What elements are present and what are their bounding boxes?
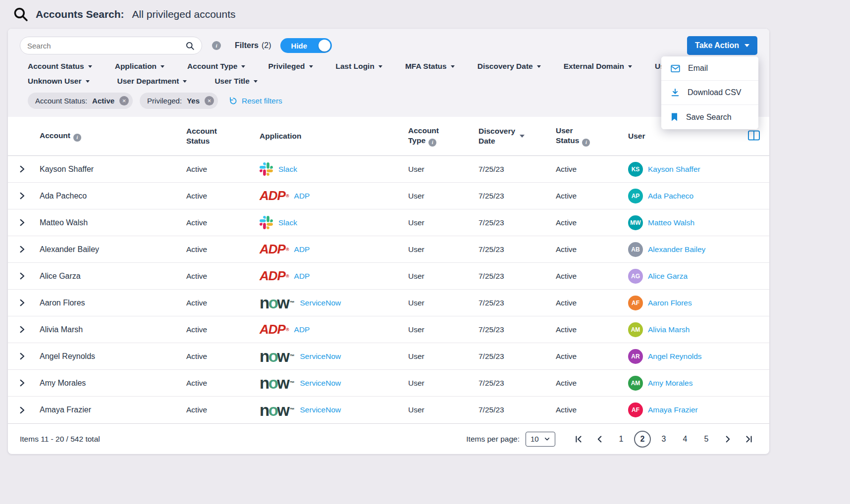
application-link[interactable]: Slack (278, 165, 297, 174)
search-info-icon[interactable]: i (212, 41, 221, 50)
filter-dropdown-label: Account Status (28, 62, 84, 71)
avatar: MW (628, 215, 643, 230)
filters-panel: i Filters (2) Hide Take Action Account S… (8, 29, 769, 117)
menu-item-download-csv[interactable]: Download CSV (661, 81, 758, 105)
page-title: Accounts Search: (36, 8, 124, 20)
table-row: Amaya FrazierActivenow™ServiceNowUser7/2… (8, 397, 769, 423)
account-name: Matteo Walsh (36, 218, 182, 227)
row-expand-button[interactable] (8, 325, 36, 334)
user-link[interactable]: Matteo Walsh (648, 218, 694, 227)
filter-dropdown-unknown-user[interactable]: Unknown User (28, 77, 90, 86)
filter-chips: Account Status:Active×Privileged:Yes× (28, 93, 218, 109)
user-link[interactable]: Angel Reynolds (648, 352, 702, 361)
filter-dropdown-user-department[interactable]: User Department (117, 77, 187, 86)
user-link[interactable]: Amaya Frazier (648, 405, 698, 414)
take-action-button[interactable]: Take Action (687, 36, 757, 55)
application-link[interactable]: ServiceNow (300, 352, 341, 361)
column-header-discovery-date[interactable]: DiscoveryDate (475, 126, 552, 146)
filter-dropdown-label: Discovery Date (478, 62, 533, 71)
filter-dropdown-user-title[interactable]: User Title (214, 77, 257, 86)
account-type: User (404, 245, 475, 254)
column-header-user-status: UserStatusi (552, 126, 624, 147)
row-expand-button[interactable] (8, 245, 36, 253)
application-link[interactable]: ADP (294, 192, 310, 201)
menu-item-email[interactable]: Email (661, 56, 758, 81)
account-status: Active (182, 245, 256, 254)
avatar: AM (628, 322, 643, 337)
search-box[interactable] (20, 37, 202, 54)
row-expand-button[interactable] (8, 165, 36, 173)
page-button-3[interactable]: 3 (655, 431, 672, 448)
table-row: Angel ReynoldsActivenow™ServiceNowUser7/… (8, 343, 769, 370)
discovery-date: 7/25/23 (475, 218, 552, 227)
user-status: Active (552, 379, 624, 388)
page-button-2[interactable]: 2 (634, 431, 651, 448)
user-link[interactable]: Alivia Marsh (648, 325, 690, 334)
remove-filter-icon[interactable]: × (205, 96, 214, 105)
servicenow-logo: now™ (260, 375, 295, 391)
info-icon[interactable]: i (70, 131, 81, 140)
email-icon (670, 63, 681, 74)
row-expand-button[interactable] (8, 192, 36, 200)
remove-filter-icon[interactable]: × (119, 96, 129, 105)
toggle-knob[interactable] (319, 40, 330, 51)
application-link[interactable]: ADP (294, 325, 310, 334)
account-status: Active (182, 379, 256, 388)
row-expand-button[interactable] (8, 218, 36, 227)
user-link[interactable]: Amy Morales (648, 379, 692, 388)
last-page-button[interactable] (741, 431, 757, 448)
user-link[interactable]: Kayson Shaffer (648, 165, 700, 174)
filter-dropdown-external-domain[interactable]: External Domain (564, 62, 632, 71)
info-icon[interactable]: i (425, 136, 436, 145)
row-expand-button[interactable] (8, 379, 36, 387)
chevron-down-icon (160, 65, 164, 68)
account-name: Aaron Flores (36, 299, 182, 307)
filter-dropdown-account-status[interactable]: Account Status (28, 62, 92, 71)
chevron-down-icon (628, 65, 632, 68)
reset-filters-button[interactable]: Reset filters (229, 97, 282, 105)
user-cell: KSKayson Shaffer (624, 162, 769, 177)
application-link[interactable]: ADP (294, 272, 310, 281)
application-link[interactable]: ServiceNow (300, 379, 341, 388)
next-page-button[interactable] (719, 431, 736, 448)
info-icon[interactable]: i (579, 136, 590, 145)
filter-dropdown-privileged[interactable]: Privileged (268, 62, 313, 71)
account-type: User (404, 379, 475, 388)
first-page-button[interactable] (570, 431, 587, 448)
row-expand-button[interactable] (8, 406, 36, 414)
application-link[interactable]: ADP (294, 245, 310, 254)
user-link[interactable]: Alexander Bailey (648, 245, 705, 254)
filter-dropdown-mfa-status[interactable]: MFA Status (405, 62, 455, 71)
row-expand-button[interactable] (8, 272, 36, 280)
items-per-page-select[interactable]: 10 (526, 432, 555, 447)
application-link[interactable]: ServiceNow (300, 405, 341, 414)
chevron-down-icon (254, 80, 258, 83)
sort-caret-icon[interactable] (520, 135, 525, 138)
user-link[interactable]: Alice Garza (648, 272, 688, 281)
servicenow-logo: now™ (260, 402, 295, 418)
user-link[interactable]: Ada Pacheco (648, 192, 693, 201)
column-picker-button[interactable] (746, 129, 761, 144)
chevron-down-icon (309, 65, 313, 68)
filter-dropdown-application[interactable]: Application (115, 62, 164, 71)
application-cell: ADP®ADP (256, 188, 404, 203)
table-row: Alexander BaileyActiveADP®ADPUser7/25/23… (8, 236, 769, 263)
filter-dropdown-discovery-date[interactable]: Discovery Date (478, 62, 541, 71)
hide-filters-toggle[interactable]: Hide (280, 38, 332, 53)
application-link[interactable]: ServiceNow (300, 299, 341, 307)
previous-page-button[interactable] (591, 431, 608, 448)
filter-dropdown-account-type[interactable]: Account Type (187, 62, 245, 71)
menu-item-save-search[interactable]: Save Search (661, 105, 758, 129)
page-button-4[interactable]: 4 (677, 431, 693, 448)
row-expand-button[interactable] (8, 299, 36, 307)
row-expand-button[interactable] (8, 352, 36, 360)
page-button-1[interactable]: 1 (613, 431, 630, 448)
user-link[interactable]: Aaron Flores (648, 299, 692, 307)
column-header-account: Accounti (36, 131, 182, 142)
page-button-5[interactable]: 5 (698, 431, 715, 448)
search-input[interactable] (27, 42, 185, 50)
application-link[interactable]: Slack (278, 218, 297, 227)
chip-label: Account Status: (35, 97, 87, 105)
account-name: Angel Reynolds (36, 352, 182, 361)
filter-dropdown-last-login[interactable]: Last Login (336, 62, 382, 71)
